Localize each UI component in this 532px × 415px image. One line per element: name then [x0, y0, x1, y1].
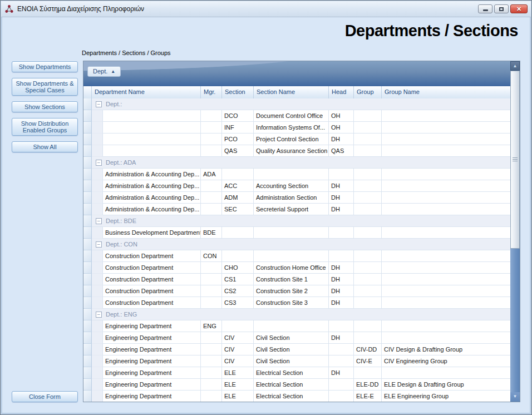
scroll-down-icon[interactable]: ▼ — [510, 392, 520, 402]
cell-department-name[interactable]: Engineering Department — [103, 391, 201, 402]
cell-section[interactable]: CHO — [222, 262, 254, 274]
row-indicator[interactable] — [83, 332, 92, 344]
cell-section-name[interactable]: Accounting Section — [254, 180, 329, 192]
cell-mgr[interactable] — [201, 204, 222, 215]
cell-mgr[interactable] — [201, 379, 222, 391]
row-indicator[interactable] — [83, 344, 92, 355]
cell-head[interactable]: DH — [329, 297, 354, 309]
cell-head[interactable] — [329, 379, 354, 391]
cell-section[interactable]: CIV — [222, 344, 254, 355]
table-row[interactable]: Engineering DepartmentENG — [83, 320, 510, 332]
column-header-group-name[interactable]: Group Name — [382, 86, 510, 98]
cell-section[interactable]: DCO — [222, 110, 254, 122]
cell-mgr[interactable] — [201, 332, 222, 344]
cell-group[interactable] — [354, 285, 382, 297]
cell-section-name[interactable] — [254, 250, 329, 262]
cell-section-name[interactable]: Civil Section — [254, 355, 329, 367]
cell-section-name[interactable] — [254, 320, 329, 332]
cell-head[interactable] — [329, 355, 354, 367]
column-header-head[interactable]: Head — [329, 86, 354, 98]
cell-head[interactable] — [329, 227, 354, 239]
cell-section[interactable] — [222, 169, 254, 180]
cell-group[interactable]: CIV-E — [354, 355, 382, 367]
cell-head[interactable]: DH — [329, 262, 354, 274]
cell-mgr[interactable]: ADA — [201, 169, 222, 180]
cell-head[interactable] — [329, 169, 354, 180]
group-by-chip-dept[interactable]: Dept. ▲ — [87, 66, 121, 77]
cell-group[interactable] — [354, 367, 382, 379]
cell-group-name[interactable] — [382, 122, 510, 134]
show-all-button[interactable]: Show All — [12, 141, 78, 152]
collapse-icon[interactable]: − — [96, 312, 102, 318]
cell-mgr[interactable] — [201, 344, 222, 355]
table-row[interactable]: Engineering DepartmentELEElectrical Sect… — [83, 367, 510, 379]
table-row[interactable]: PCOProject Control SectionDH — [83, 134, 510, 145]
cell-group[interactable] — [354, 297, 382, 309]
scrollbar-track[interactable] — [510, 249, 520, 392]
cell-department-name[interactable]: Engineering Department — [103, 367, 201, 379]
cell-head[interactable] — [329, 250, 354, 262]
cell-group-name[interactable] — [382, 285, 510, 297]
row-indicator[interactable] — [83, 309, 92, 320]
scroll-up-icon[interactable]: ▲ — [510, 61, 520, 71]
row-indicator[interactable] — [83, 180, 92, 192]
cell-section[interactable] — [222, 320, 254, 332]
cell-group-name[interactable] — [382, 204, 510, 215]
cell-section[interactable]: ACC — [222, 180, 254, 192]
group-row[interactable]: −Dept.: ENG — [83, 309, 510, 320]
cell-section-name[interactable] — [254, 227, 329, 239]
row-indicator[interactable] — [83, 262, 92, 274]
row-indicator[interactable] — [83, 250, 92, 262]
cell-section-name[interactable] — [254, 169, 329, 180]
cell-group[interactable] — [354, 227, 382, 239]
cell-department-name[interactable]: Administration & Accounting Dep... — [103, 204, 201, 215]
cell-head[interactable] — [329, 320, 354, 332]
cell-group-name[interactable] — [382, 297, 510, 309]
cell-section[interactable]: QAS — [222, 145, 254, 157]
cell-department-name[interactable]: Construction Department — [103, 262, 201, 274]
cell-head[interactable] — [329, 344, 354, 355]
cell-section[interactable]: ADM — [222, 192, 254, 204]
group-row-band[interactable]: −Dept.: — [92, 98, 510, 110]
table-row[interactable]: Construction DepartmentCS3Construction S… — [83, 297, 510, 309]
cell-group[interactable] — [354, 320, 382, 332]
scrollbar-thumb[interactable] — [510, 71, 520, 249]
cell-group[interactable] — [354, 204, 382, 215]
group-row-band[interactable]: −Dept.: ENG — [92, 309, 510, 320]
cell-section[interactable]: CIV — [222, 332, 254, 344]
group-by-panel[interactable]: Dept. ▲ — [83, 61, 510, 87]
cell-mgr[interactable] — [201, 391, 222, 402]
cell-section-name[interactable]: Construction Site 3 — [254, 297, 329, 309]
table-row[interactable]: INFInformation Systems Of...OH — [83, 122, 510, 134]
cell-group[interactable]: ELE-DD — [354, 379, 382, 391]
table-row[interactable]: DCODocument Control OfficeOH — [83, 110, 510, 122]
cell-section-name[interactable]: Electrical Section — [254, 379, 329, 391]
group-row[interactable]: −Dept.: ADA — [83, 157, 510, 169]
row-indicator[interactable] — [83, 391, 92, 402]
cell-section[interactable]: SEC — [222, 204, 254, 215]
cell-group[interactable] — [354, 134, 382, 145]
row-indicator[interactable] — [83, 297, 92, 309]
cell-head[interactable]: DH — [329, 274, 354, 285]
cell-mgr[interactable] — [201, 180, 222, 192]
cell-department-name[interactable]: Engineering Department — [103, 320, 201, 332]
cell-department-name[interactable] — [103, 134, 201, 145]
cell-section-name[interactable]: Civil Section — [254, 344, 329, 355]
table-row[interactable]: Administration & Accounting Dep...ACCAcc… — [83, 180, 510, 192]
row-indicator[interactable] — [83, 122, 92, 134]
cell-group[interactable]: ELE-E — [354, 391, 382, 402]
row-indicator[interactable] — [83, 169, 92, 180]
cell-department-name[interactable]: Administration & Accounting Dep... — [103, 192, 201, 204]
row-indicator[interactable] — [83, 192, 92, 204]
row-indicator[interactable] — [83, 285, 92, 297]
cell-section[interactable]: CS3 — [222, 297, 254, 309]
group-row[interactable]: −Dept.: BDE — [83, 215, 510, 227]
group-row-band[interactable]: −Dept.: BDE — [92, 215, 510, 227]
cell-group-name[interactable] — [382, 180, 510, 192]
cell-group-name[interactable]: CIV Engineering Group — [382, 355, 510, 367]
row-indicator[interactable] — [83, 204, 92, 215]
show-departments-special-cases-button[interactable]: Show Departments & Special Cases — [12, 78, 78, 96]
column-header-section-name[interactable]: Section Name — [254, 86, 329, 98]
cell-head[interactable]: DH — [329, 180, 354, 192]
group-row-band[interactable]: −Dept.: ADA — [92, 157, 510, 169]
